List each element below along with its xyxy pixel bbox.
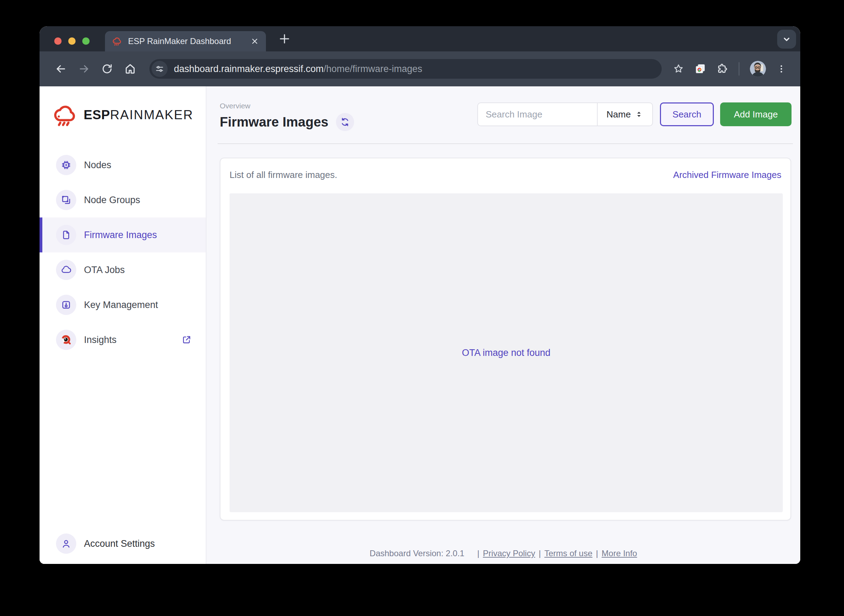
- dashboard-footer: Dashboard Version: 2.0.1 |Privacy Policy…: [206, 549, 800, 558]
- file-icon: [56, 225, 76, 245]
- home-icon[interactable]: [119, 57, 142, 81]
- page-title: Firmware Images: [220, 115, 328, 130]
- zoom-window-button[interactable]: [82, 37, 90, 45]
- tab-favicon-rainmaker-cloud-icon: [112, 37, 122, 46]
- breadcrumb: Overview: [220, 102, 250, 110]
- sidebar-item-nodes[interactable]: Nodes: [40, 148, 206, 182]
- browser-tab[interactable]: ESP RainMaker Dashboard: [105, 31, 266, 51]
- list-caption: List of all firmware images.: [229, 170, 337, 180]
- sidebar-item-label: Insights: [84, 334, 116, 345]
- tab-search-chevron-button[interactable]: [777, 30, 796, 48]
- new-tab-button[interactable]: [278, 32, 291, 46]
- external-link-icon: [181, 334, 192, 345]
- url-path: /home/firmware-images: [323, 64, 422, 74]
- sidebar-item-ota-jobs[interactable]: OTA Jobs: [40, 252, 206, 287]
- chrome-webstore-icon[interactable]: [691, 60, 709, 78]
- sort-field-select[interactable]: Name: [597, 103, 653, 126]
- extensions-puzzle-icon[interactable]: [713, 60, 731, 78]
- address-bar[interactable]: dashboard.rainmaker.espressif.com/home/f…: [149, 59, 662, 79]
- browser-window: ESP RainMaker Dashboard da: [40, 26, 800, 564]
- sidebar: ESPRAINMAKER Nodes: [40, 87, 206, 564]
- header-controls: Name Search Add Image: [477, 103, 791, 126]
- node-groups-icon: [56, 190, 76, 210]
- back-icon[interactable]: [49, 57, 72, 81]
- firmware-images-card: List of all firmware images. Archived Fi…: [220, 158, 791, 521]
- archived-firmware-images-link[interactable]: Archived Firmware Images: [673, 170, 781, 180]
- close-window-button[interactable]: [54, 37, 62, 45]
- tab-title: ESP RainMaker Dashboard: [128, 37, 250, 46]
- search-input[interactable]: [477, 103, 597, 126]
- url-domain: dashboard.rainmaker.espressif.com: [174, 64, 323, 74]
- sidebar-item-label: Nodes: [84, 160, 111, 171]
- site-settings-tune-icon[interactable]: [151, 61, 168, 77]
- more-info-link[interactable]: More Info: [601, 549, 637, 558]
- sidebar-item-label: Key Management: [84, 299, 158, 311]
- sidebar-item-label: OTA Jobs: [84, 265, 125, 276]
- profile-avatar[interactable]: [750, 61, 766, 77]
- reload-icon[interactable]: [96, 57, 119, 81]
- chip-icon: [56, 155, 76, 175]
- tab-strip: ESP RainMaker Dashboard: [40, 26, 800, 51]
- tab-close-icon[interactable]: [250, 37, 259, 45]
- sidebar-nav: Nodes Node Groups: [40, 148, 206, 357]
- bookmark-star-icon[interactable]: [669, 60, 688, 78]
- sidebar-item-label: Firmware Images: [84, 230, 157, 241]
- toolbar-right: [669, 60, 791, 78]
- person-icon: [56, 534, 76, 554]
- terms-of-use-link[interactable]: Terms of use: [544, 549, 593, 558]
- rainmaker-cloud-icon: [52, 104, 79, 126]
- sidebar-item-label: Node Groups: [84, 195, 140, 205]
- browser-menu-dots-icon[interactable]: [772, 60, 791, 78]
- toolbar-divider: [739, 62, 740, 76]
- main-content: Overview Firmware Images Name: [206, 87, 800, 564]
- version-text: Dashboard Version: 2.0.1: [369, 549, 464, 558]
- key-icon: [56, 295, 76, 315]
- sort-arrows-icon: [634, 110, 644, 119]
- browser-toolbar: dashboard.rainmaker.espressif.com/home/f…: [40, 51, 800, 87]
- logo-text: ESPRAINMAKER: [84, 108, 194, 122]
- app-body: ESPRAINMAKER Nodes: [40, 87, 800, 564]
- empty-state-panel: OTA image not found: [229, 193, 783, 512]
- sidebar-item-key-management[interactable]: Key Management: [40, 287, 206, 322]
- forward-icon[interactable]: [72, 57, 96, 81]
- sidebar-item-node-groups[interactable]: Node Groups: [40, 182, 206, 217]
- sidebar-item-account-settings[interactable]: Account Settings: [40, 526, 206, 561]
- empty-state-message: OTA image not found: [462, 348, 550, 358]
- privacy-policy-link[interactable]: Privacy Policy: [483, 549, 535, 558]
- sidebar-item-insights[interactable]: Insights: [40, 322, 206, 357]
- refresh-button[interactable]: [336, 113, 354, 131]
- traffic-lights: [54, 37, 90, 45]
- sidebar-item-label: Account Settings: [84, 538, 155, 549]
- insights-icon: [56, 330, 76, 350]
- esp-rainmaker-logo: ESPRAINMAKER: [52, 104, 194, 126]
- add-image-button[interactable]: Add Image: [720, 103, 791, 126]
- header-divider: [218, 143, 793, 144]
- cloud-icon: [56, 260, 76, 280]
- search-button[interactable]: Search: [660, 103, 714, 126]
- minimize-window-button[interactable]: [68, 37, 76, 45]
- url-text[interactable]: dashboard.rainmaker.espressif.com/home/f…: [174, 64, 422, 75]
- sidebar-item-firmware-images[interactable]: Firmware Images: [40, 217, 206, 252]
- sort-field-value: Name: [606, 109, 631, 120]
